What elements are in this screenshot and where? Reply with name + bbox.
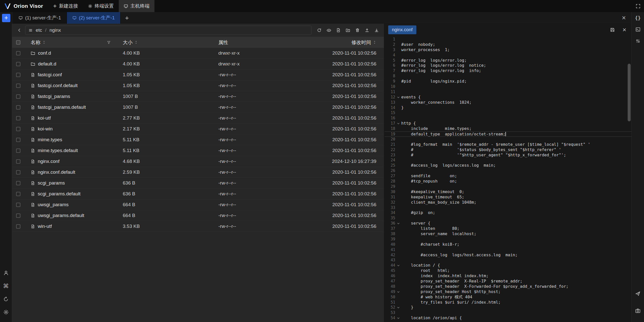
code-line[interactable]: 3worker_processes 1; (385, 47, 631, 53)
table-row[interactable]: scgi_params.default636 B-rw-r--r--2020-1… (12, 189, 384, 199)
fold-icon[interactable] (395, 263, 401, 268)
row-checkbox[interactable] (16, 149, 20, 153)
code-line[interactable]: 1 (385, 37, 631, 42)
row-checkbox[interactable] (16, 105, 20, 110)
settings-button[interactable] (2, 308, 10, 316)
menu-item-terminal-settings[interactable]: 终端设置 (83, 0, 119, 12)
code-line[interactable]: 34 #gzip on; (385, 210, 631, 216)
new-file-button[interactable] (334, 26, 343, 34)
code-line[interactable]: 24 (385, 158, 631, 163)
editor-close-button[interactable]: × (621, 26, 628, 33)
fold-icon[interactable] (395, 221, 401, 226)
code-line[interactable]: 13 worker_connections 1024; (385, 100, 631, 105)
editor-tab-nginx-conf[interactable]: nginx.conf (388, 25, 416, 34)
preview-button[interactable] (325, 26, 333, 34)
code-line[interactable]: 36 server { (385, 221, 631, 226)
select-all-checkbox[interactable] (16, 40, 20, 45)
code-line[interactable]: 7#error_log logs/error.log info; (385, 68, 631, 74)
table-row[interactable]: fastcgi_params.default1007 B-rw-r--r--20… (12, 102, 384, 113)
user-info-button[interactable] (2, 269, 10, 277)
file-name[interactable]: default.d (38, 61, 56, 67)
fullscreen-button[interactable] (632, 0, 644, 12)
code-line[interactable]: 48 proxy_set_header X-Forwarded-For $pro… (385, 284, 631, 289)
code-line[interactable]: 5#error_log logs/error.log; (385, 58, 631, 63)
file-name[interactable]: scgi_params.default (38, 191, 80, 197)
file-name[interactable]: fastcgi_params (38, 94, 70, 99)
row-checkbox[interactable] (16, 224, 20, 229)
code-line[interactable]: 23 # '"$http_user_agent" "$http_x_forwar… (385, 153, 631, 158)
code-line[interactable]: 16 (385, 116, 631, 121)
code-line[interactable]: 45 root html; (385, 268, 631, 273)
code-line[interactable]: 51 try_files $uri $uri/ /index.html; (385, 300, 631, 305)
code-line[interactable]: 18 include mime.types; (385, 126, 631, 131)
row-checkbox[interactable] (16, 62, 20, 66)
row-checkbox[interactable] (16, 159, 20, 164)
close-panel-button[interactable]: × (619, 12, 629, 24)
tab-server-1[interactable]: (1) server-生产-1 (13, 12, 67, 24)
code-line[interactable]: 29 (385, 184, 631, 189)
code-line[interactable]: 26 (385, 168, 631, 173)
code-line[interactable]: 38 server_name localhost; (385, 231, 631, 237)
code-line[interactable]: 10 (385, 84, 631, 89)
column-header-mtime[interactable]: 修改时间 (351, 39, 371, 46)
code-line[interactable]: 19 default_type application/octet-stream… (385, 131, 631, 137)
row-checkbox[interactable] (16, 192, 20, 196)
fold-icon[interactable] (395, 121, 401, 126)
code-line[interactable]: 22 # '$status $body_bytes_sent "$http_re… (385, 147, 631, 153)
file-name[interactable]: conf.d (38, 50, 51, 56)
code-line[interactable]: 32 client_max_body_size 1048m; (385, 200, 631, 205)
table-row[interactable]: nginx.conf4.68 KB-rw-r--r--2024-12-10 16… (12, 156, 384, 167)
breadcrumb-item[interactable]: etc (36, 27, 42, 33)
row-checkbox[interactable] (16, 138, 20, 142)
file-name[interactable]: win-utf (38, 224, 52, 229)
file-name[interactable]: mime.types.default (38, 148, 78, 153)
row-checkbox[interactable] (16, 116, 20, 120)
code-line[interactable]: 30 #keepalive_timeout 0; (385, 189, 631, 195)
code-line[interactable]: 25 #access_log logs/access.log main; (385, 163, 631, 168)
refresh-button[interactable] (315, 26, 324, 34)
code-line[interactable]: 28 #tcp_nopush on; (385, 179, 631, 184)
path-breadcrumb[interactable]: etc / nginx (25, 26, 311, 35)
code-line[interactable]: 33 (385, 205, 631, 210)
editor-scrollbar[interactable] (628, 64, 631, 121)
code-line[interactable]: 43 (385, 258, 631, 263)
code-line[interactable]: 11 (385, 89, 631, 95)
sort-icon[interactable] (42, 41, 46, 44)
new-folder-button[interactable] (344, 26, 352, 34)
code-editor[interactable]: 12#user nobody;3worker_processes 1;45#er… (385, 36, 631, 322)
code-line[interactable]: 49 proxy_set_header Host $http_host; (385, 289, 631, 295)
code-line[interactable]: 2#user nobody; (385, 42, 631, 47)
code-line[interactable]: 42 #access_log logs/host.access.log main… (385, 253, 631, 258)
code-line[interactable]: 31 keepalive_timeout 65; (385, 195, 631, 200)
column-header-size[interactable]: 大小 (123, 39, 133, 46)
code-line[interactable]: 14} (385, 105, 631, 111)
row-checkbox[interactable] (16, 127, 20, 131)
code-line[interactable]: 47 proxy_set_header X-Real-IP $remote_ad… (385, 279, 631, 284)
code-line[interactable]: 17http { (385, 121, 631, 126)
row-checkbox[interactable] (16, 170, 20, 174)
send-command-button[interactable] (632, 288, 644, 299)
table-row[interactable]: mime.types.default5.11 KB-rw-r--r--2020-… (12, 145, 384, 156)
code-line[interactable]: 9#pid logs/nginx.pid; (385, 79, 631, 84)
sort-icon[interactable] (134, 41, 138, 44)
file-name[interactable]: nginx.conf.default (38, 169, 75, 175)
file-name[interactable]: mime.types (38, 137, 62, 142)
code-line[interactable]: 41 (385, 247, 631, 253)
code-line[interactable]: 50 # web history 模式 404 (385, 295, 631, 300)
menu-item-host-terminal[interactable]: 主机终端 (119, 0, 154, 12)
terminal-panel-button[interactable] (632, 24, 644, 35)
table-row[interactable]: scgi_params636 B-rw-r--r--2020-11-01 10:… (12, 178, 384, 189)
row-checkbox[interactable] (16, 51, 20, 55)
table-row[interactable]: conf.d4.00 KBdrwxr-xr-x2020-11-01 10:02:… (12, 48, 384, 59)
row-checkbox[interactable] (16, 84, 20, 88)
code-line[interactable]: 53 (385, 310, 631, 315)
file-name[interactable]: koi-win (38, 126, 53, 132)
sort-icon[interactable] (373, 41, 376, 44)
table-row[interactable]: fastcgi_params1007 B-rw-r--r--2020-11-01… (12, 91, 384, 102)
table-row[interactable]: fastcgi.conf1.05 KB-rw-r--r--2020-11-01 … (12, 69, 384, 80)
code-line[interactable]: 37 listen 80; (385, 226, 631, 231)
shortcuts-button[interactable]: ⌘ (2, 282, 10, 290)
transfer-list-button[interactable] (632, 35, 644, 47)
screenshot-button[interactable] (632, 305, 644, 316)
row-checkbox[interactable] (16, 203, 20, 207)
